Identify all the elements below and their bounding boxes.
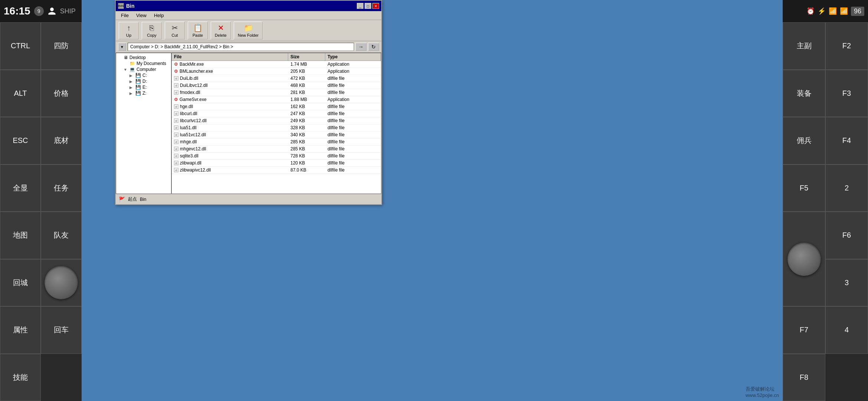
f6-button[interactable]: F6 [825, 212, 868, 259]
file-row[interactable]: dlua51vc12.dll 340 KB dllfile file [172, 131, 381, 138]
tree-item-d[interactable]: ▶ 💾 D: [129, 78, 170, 84]
ditu-button[interactable]: 地图 [0, 212, 41, 259]
file-row[interactable]: ⚙GameSvr.exe 1.88 MB Application [172, 96, 381, 103]
cut-icon: ✂ [172, 23, 178, 32]
file-cell-name: dlua51.dll [172, 124, 288, 131]
file-list-body: ⚙BackMir.exe 1.74 MB Application ⚙BMLaun… [172, 61, 381, 174]
copy-button[interactable]: ⎘ Copy [142, 22, 162, 39]
ctrl-button[interactable]: CTRL [0, 22, 41, 70]
address-go-button[interactable]: → [355, 43, 366, 51]
address-bar: ▼ Computer > D: > BackMir_2.11.00_FullRe… [116, 41, 381, 53]
file-cell-type: dllfile file [325, 160, 381, 166]
zhufu-button[interactable]: 主副 [783, 22, 825, 70]
file-row[interactable]: dzlibwapi.dll 120 KB dllfile file [172, 160, 381, 167]
f7-button[interactable]: F7 [783, 306, 825, 354]
copy-label: Copy [147, 33, 157, 38]
wifi-icon: 📶 [829, 7, 837, 15]
tree-item-computer[interactable]: ▼ 💻 Computer [124, 66, 170, 72]
tree-item-mydocs[interactable]: 📁 My Documents [124, 61, 170, 66]
address-path[interactable]: Computer > D: > BackMir_2.11.00_FullRev2… [128, 43, 354, 51]
joystick-left[interactable] [45, 266, 78, 299]
tree-item-desktop[interactable]: 🖥 Desktop [118, 55, 170, 61]
col-size[interactable]: Size [288, 53, 325, 61]
file-cell-name: dlibcurlvc12.dll [172, 117, 288, 124]
file-row[interactable]: dlibcurl.dll 247 KB dllfile file [172, 110, 381, 117]
tree-item-z[interactable]: ▶ 💾 Z: [129, 90, 170, 96]
file-cell-name: dlua51vc12.dll [172, 131, 288, 138]
f8-button[interactable]: F8 [783, 354, 825, 401]
file-row[interactable]: dsqlite3.dll 728 KB dllfile file [172, 153, 381, 160]
bluetooth-icon: ⚡ [818, 7, 826, 15]
file-row[interactable]: dDuiLib.dll 472 KB dllfile file [172, 75, 381, 82]
cut-button[interactable]: ✂ Cut [165, 22, 185, 39]
delete-button[interactable]: ✕ Delete [211, 22, 231, 39]
file-row[interactable]: dhge.dll 162 KB dllfile file [172, 103, 381, 110]
yongbing-button[interactable]: 佣兵 [783, 117, 825, 164]
file-row[interactable]: dmhgevc12.dll 285 KB dllfile file [172, 146, 381, 153]
delete-icon: ✕ [218, 23, 224, 32]
zhuangbei-button[interactable]: 装备 [783, 70, 825, 117]
new-folder-button[interactable]: 📁 New Folder [234, 22, 263, 39]
joystick-right[interactable] [788, 242, 821, 276]
f3-button[interactable]: F3 [825, 70, 868, 117]
num4-button[interactable]: 4 [825, 306, 868, 354]
menu-view[interactable]: View [132, 12, 150, 19]
file-cell-name: dsqlite3.dll [172, 153, 288, 159]
toolbar: ↑ Up ⎘ Copy ✂ Cut 📋 Paste ✕ Delete 📁 New [116, 20, 381, 41]
jineng-button[interactable]: 技能 [0, 354, 41, 401]
f4-button[interactable]: F4 [825, 117, 868, 164]
huicheng-button[interactable]: 回城 [0, 259, 41, 307]
esc-button[interactable]: ESC [0, 117, 41, 164]
file-row[interactable]: dzlibwapivc12.dll 87.0 KB dllfile file [172, 167, 381, 174]
maximize-button[interactable]: □ [365, 3, 371, 9]
window-titlebar: BIN Bin _ □ ✕ [116, 1, 381, 11]
left-panel: 16:15 9 SHIP CTRL 四防 ALT 价格 ESC 底材 全显 任务… [0, 0, 82, 401]
file-row[interactable]: dlibcurlvc12.dll 249 KB dllfile file [172, 117, 381, 124]
tree-icon-desktop: 🖥 [124, 55, 128, 60]
menu-file[interactable]: File [117, 12, 132, 19]
signal-icon: 📶 [840, 7, 848, 15]
file-row[interactable]: dlua51.dll 328 KB dllfile file [172, 124, 381, 131]
duiyou-button[interactable]: 队友 [41, 212, 82, 259]
sifang-button[interactable]: 四防 [41, 22, 82, 70]
file-cell-size: 1.88 MB [288, 96, 325, 103]
window-title-left: BIN Bin [118, 3, 135, 9]
tree-icon-computer: 💻 [129, 67, 135, 72]
tree-item-e[interactable]: ▶ 💾 E: [129, 84, 170, 90]
close-button[interactable]: ✕ [372, 3, 379, 9]
file-row[interactable]: dmhge.dll 285 KB dllfile file [172, 138, 381, 146]
tree-icon-d: 💾 [135, 79, 141, 84]
file-row[interactable]: ⚙BMLauncher.exe 205 KB Application [172, 68, 381, 75]
jiage-button[interactable]: 价格 [41, 70, 82, 117]
tree-icon-mydocs: 📁 [129, 61, 135, 66]
huiche-button[interactable]: 回车 [41, 306, 82, 354]
dicai-button[interactable]: 底材 [41, 117, 82, 164]
address-dropdown[interactable]: ▼ [118, 43, 126, 51]
num3-button[interactable]: 3 [825, 259, 868, 307]
file-cell-type: dllfile file [325, 117, 381, 124]
col-type[interactable]: Type [325, 53, 381, 61]
file-cell-name: dDuiLibvc12.dll [172, 82, 288, 89]
file-row[interactable]: dfmodex.dll 281 KB dllfile file [172, 89, 381, 96]
alt-button[interactable]: ALT [0, 70, 41, 117]
file-row[interactable]: ⚙BackMir.exe 1.74 MB Application [172, 61, 381, 68]
file-manager-window: BIN Bin _ □ ✕ File View Help ↑ Up ⎘ [115, 0, 382, 205]
num2-button[interactable]: 2 [825, 164, 868, 212]
file-cell-name: dfmodex.dll [172, 89, 288, 96]
paste-button[interactable]: 📋 Paste [188, 22, 208, 39]
menu-help[interactable]: Help [150, 12, 168, 19]
tree-item-c[interactable]: ▶ 💾 C: [129, 72, 170, 78]
minimize-button[interactable]: _ [357, 3, 364, 9]
renwu-button[interactable]: 任务 [41, 164, 82, 212]
f5-button[interactable]: F5 [783, 164, 825, 212]
file-cell-size: 120 KB [288, 160, 325, 166]
file-cell-name: dzlibwapivc12.dll [172, 167, 288, 173]
col-file[interactable]: File [172, 53, 288, 61]
shuxing-button[interactable]: 属性 [0, 306, 41, 354]
address-refresh-button[interactable]: ↻ [368, 43, 379, 51]
quanxian-button[interactable]: 全显 [0, 164, 41, 212]
up-button[interactable]: ↑ Up [119, 22, 139, 39]
file-cell-size: 1.74 MB [288, 61, 325, 68]
file-row[interactable]: dDuiLibvc12.dll 468 KB dllfile file [172, 82, 381, 89]
f2-button[interactable]: F2 [825, 22, 868, 70]
